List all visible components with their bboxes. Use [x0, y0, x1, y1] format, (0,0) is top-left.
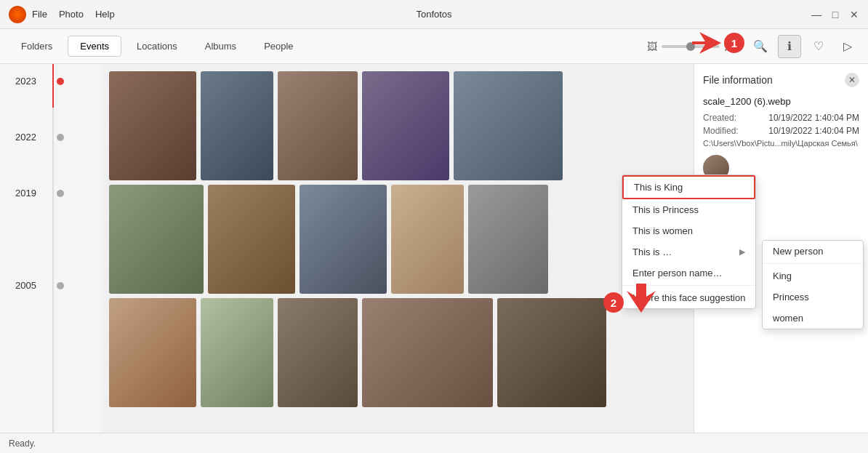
favorites-button[interactable]: ♡: [807, 35, 830, 58]
tab-locations[interactable]: Locations: [124, 36, 190, 57]
photo-thumb[interactable]: [497, 298, 606, 407]
status-text: Ready.: [9, 438, 36, 449]
tab-events[interactable]: Events: [68, 36, 121, 57]
ctx-this-is-women[interactable]: This is women: [622, 220, 755, 241]
timeline-sidebar: 2023 2022 2019 2005: [0, 64, 102, 433]
photo-thumb[interactable]: [201, 71, 273, 180]
badge-1: 1: [724, 33, 744, 53]
sub-menu: New person King Princess women: [762, 240, 864, 329]
toolbar-actions: 🔍 ℹ ♡ ▷: [749, 35, 859, 58]
timeline-dot-2022: [57, 134, 64, 141]
search-button[interactable]: 🔍: [749, 35, 772, 58]
sub-king[interactable]: King: [763, 265, 863, 286]
photo-thumb[interactable]: [454, 71, 563, 180]
info-panel-title: File information: [703, 74, 773, 86]
modified-value: 10/19/2022 1:40:04 PM: [768, 126, 859, 136]
timeline-item-2019[interactable]: 2019: [0, 183, 102, 203]
photo-thumb[interactable]: [362, 71, 449, 180]
tab-people[interactable]: People: [252, 36, 305, 57]
info-panel-header: File information ✕: [703, 73, 859, 87]
menu-photo[interactable]: Photo: [59, 9, 84, 20]
info-path: C:\Users\Vbox\Pictu...mily\Царская Семья…: [703, 139, 859, 148]
submenu-arrow-icon: ▶: [739, 247, 745, 257]
ctx-enter-person-name[interactable]: Enter person name…: [622, 262, 755, 284]
created-value: 10/19/2022 1:40:04 PM: [768, 113, 859, 123]
year-label-2019: 2019: [0, 188, 44, 199]
ctx-this-is-princess[interactable]: This is Princess: [622, 199, 755, 220]
photo-thumb[interactable]: [278, 298, 358, 407]
year-label-2022: 2022: [0, 132, 44, 143]
close-button[interactable]: ✕: [849, 9, 859, 20]
maximize-button[interactable]: □: [830, 9, 840, 20]
badge-2: 2: [603, 292, 624, 313]
photo-thumb[interactable]: [391, 185, 464, 294]
photo-row-2: [109, 185, 686, 294]
svg-marker-1: [627, 284, 656, 313]
photo-row-3: [109, 298, 686, 407]
modified-label: Modified:: [703, 126, 739, 136]
svg-marker-0: [692, 32, 721, 54]
app-title: Tonfotos: [416, 9, 451, 20]
menu-file[interactable]: File: [32, 9, 47, 20]
photo-thumb[interactable]: [109, 185, 204, 294]
timeline-dot-2005: [57, 282, 64, 289]
photo-thumb[interactable]: [201, 298, 273, 407]
photo-thumb[interactable]: [362, 298, 493, 407]
timeline-dot-2019: [57, 190, 64, 197]
sub-separator: [763, 263, 863, 264]
photo-thumb[interactable]: [109, 71, 196, 180]
timeline-dot-2023: [57, 78, 64, 85]
photo-thumb[interactable]: [300, 185, 387, 294]
badge-2-container: 2: [603, 284, 656, 313]
ctx-this-is-ellipsis[interactable]: This is … ▶: [622, 241, 755, 262]
minimize-button[interactable]: —: [811, 9, 821, 20]
timeline-item-2005[interactable]: 2005: [0, 276, 102, 295]
badge-1-container: 1: [692, 32, 744, 54]
arrow-2-icon: [627, 284, 656, 313]
info-modified-row: Modified: 10/19/2022 1:40:04 PM: [703, 126, 859, 136]
menu-bar: File Photo Help: [32, 9, 115, 20]
menu-help[interactable]: Help: [95, 9, 115, 20]
year-label-2023: 2023: [0, 76, 44, 87]
sub-princess[interactable]: Princess: [763, 286, 863, 308]
app-logo: [9, 6, 26, 23]
title-bar: File Photo Help Tonfotos — □ ✕: [0, 0, 868, 29]
photo-grid[interactable]: [102, 64, 694, 433]
created-label: Created:: [703, 113, 736, 123]
timeline-item-2023[interactable]: 2023: [0, 71, 102, 91]
photo-thumb[interactable]: [468, 185, 548, 294]
info-created-row: Created: 10/19/2022 1:40:04 PM: [703, 113, 859, 123]
play-button[interactable]: ▷: [836, 35, 859, 58]
year-label-2005: 2005: [0, 280, 44, 291]
status-bar: Ready.: [0, 433, 868, 453]
photo-row-1: [109, 71, 686, 180]
photo-thumb[interactable]: [208, 185, 295, 294]
timeline-item-2022[interactable]: 2022: [0, 127, 102, 147]
tab-folders[interactable]: Folders: [9, 36, 65, 57]
info-filename: scale_1200 (6).webp: [703, 96, 859, 107]
ctx-this-is-king[interactable]: This is King: [622, 175, 755, 199]
arrow-1-icon: [692, 32, 721, 54]
photo-thumb[interactable]: [278, 71, 358, 180]
info-close-button[interactable]: ✕: [845, 73, 859, 87]
info-button[interactable]: ℹ: [778, 35, 801, 58]
window-controls: — □ ✕: [811, 9, 859, 20]
tab-albums[interactable]: Albums: [193, 36, 249, 57]
photo-thumb[interactable]: [109, 298, 196, 407]
sub-new-person[interactable]: New person: [763, 241, 863, 262]
zoom-out-icon: 🖼: [647, 41, 657, 52]
sub-women[interactable]: women: [763, 308, 863, 329]
